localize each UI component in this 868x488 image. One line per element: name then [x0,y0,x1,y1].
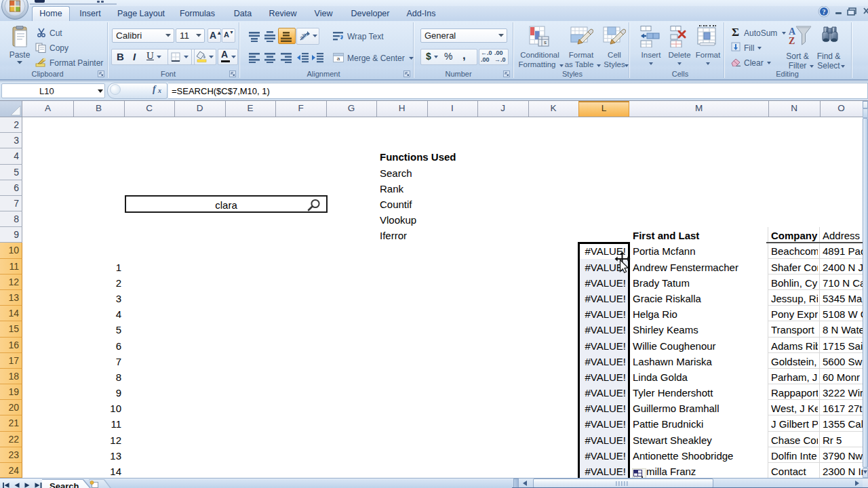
svg-text:A: A [789,26,796,37]
svg-text:?: ? [823,8,826,16]
svg-text:Z: Z [789,36,795,46]
svg-text:a: a [337,56,340,62]
svg-text:s: s [544,39,547,45]
